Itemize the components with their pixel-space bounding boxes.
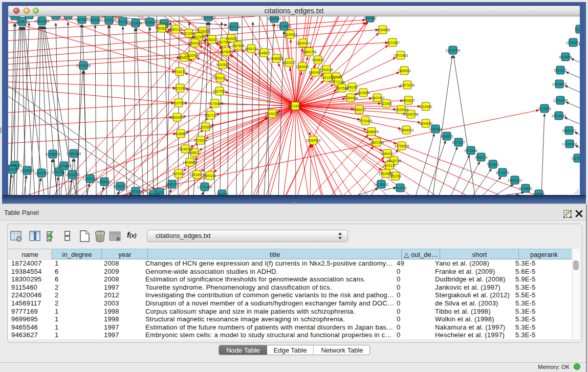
svg-text:9242848: 9242848 [216, 63, 229, 67]
svg-text:1691144: 1691144 [204, 174, 216, 178]
svg-text:16033809: 16033809 [157, 22, 172, 26]
svg-text:621600: 621600 [381, 102, 392, 105]
svg-text:9327508: 9327508 [217, 40, 231, 44]
svg-text:7663822: 7663822 [155, 27, 168, 30]
svg-text:8813054: 8813054 [268, 17, 281, 20]
svg-text:1640954: 1640954 [429, 127, 442, 131]
svg-text:124545: 124545 [331, 75, 342, 79]
svg-text:8186323: 8186323 [205, 38, 219, 41]
svg-text:10025438: 10025438 [394, 108, 409, 112]
svg-text:17016504: 17016504 [562, 142, 577, 146]
svg-text:12975135: 12975135 [400, 83, 415, 87]
svg-text:9465779: 9465779 [165, 183, 179, 186]
svg-text:154639: 154639 [226, 37, 237, 40]
svg-text:7986372: 7986372 [353, 108, 366, 112]
svg-text:18640910: 18640910 [296, 41, 311, 45]
svg-text:12093872: 12093872 [552, 82, 567, 86]
svg-text:12213967: 12213967 [385, 41, 400, 45]
svg-text:10107553: 10107553 [171, 101, 186, 105]
svg-text:16046788: 16046788 [178, 147, 193, 151]
svg-text:8322037: 8322037 [282, 61, 296, 64]
svg-text:9329966: 9329966 [559, 55, 572, 59]
svg-text:10719155: 10719155 [102, 18, 117, 22]
svg-text:8427552: 8427552 [213, 90, 226, 93]
svg-text:391574: 391574 [7, 168, 18, 171]
svg-text:16671355: 16671355 [116, 20, 130, 24]
svg-text:6879197: 6879197 [452, 141, 465, 144]
svg-text:6466160: 6466160 [89, 18, 102, 22]
svg-text:11325419: 11325419 [283, 33, 298, 36]
svg-text:9146821: 9146821 [257, 51, 271, 55]
svg-text:8938923: 8938923 [440, 135, 453, 138]
svg-text:3084067: 3084067 [381, 152, 394, 156]
svg-text:1362615: 1362615 [296, 65, 309, 69]
svg-text:3215955: 3215955 [538, 107, 551, 111]
svg-text:20053346: 20053346 [76, 64, 91, 68]
svg-text:14136141: 14136141 [374, 183, 389, 186]
svg-text:10688609: 10688609 [364, 130, 379, 134]
svg-text:12213369: 12213369 [173, 86, 188, 90]
svg-text:9463627: 9463627 [402, 99, 415, 102]
svg-text:8471676: 8471676 [496, 171, 509, 174]
svg-text:111278: 111278 [575, 28, 585, 31]
svg-text:17957255: 17957255 [83, 177, 98, 181]
svg-text:10756928: 10756928 [395, 144, 409, 148]
svg-text:9777169: 9777169 [332, 80, 345, 84]
svg-text:7515524: 7515524 [143, 20, 157, 24]
svg-text:8660124: 8660124 [169, 28, 182, 31]
svg-text:16154808: 16154808 [376, 28, 390, 32]
svg-text:2718176: 2718176 [173, 70, 186, 74]
svg-text:252254: 252254 [390, 174, 401, 178]
svg-text:16914479: 16914479 [190, 173, 205, 177]
svg-text:1478: 1478 [156, 191, 164, 194]
svg-text:16435061: 16435061 [8, 164, 23, 167]
svg-text:20364486: 20364486 [343, 96, 358, 100]
svg-text:6794028: 6794028 [320, 68, 333, 72]
svg-text:2803144: 2803144 [213, 76, 227, 80]
svg-text:9170064: 9170064 [208, 102, 222, 105]
svg-text:16782759: 16782759 [113, 185, 128, 188]
svg-text:1615132: 1615132 [383, 164, 396, 167]
svg-text:1527602: 1527602 [75, 18, 89, 21]
svg-text:19384554: 19384554 [306, 139, 321, 142]
svg-text:15692971: 15692971 [562, 129, 577, 133]
svg-text:2867608: 2867608 [231, 44, 245, 48]
svg-text:7632621: 7632621 [486, 163, 499, 166]
svg-text:15751074: 15751074 [566, 41, 581, 45]
svg-text:9474444: 9474444 [464, 149, 477, 152]
svg-text:3875685: 3875685 [220, 50, 233, 54]
svg-text:12942757: 12942757 [34, 171, 49, 175]
svg-text:746266: 746266 [346, 85, 358, 89]
svg-text:19654923: 19654923 [399, 128, 414, 132]
svg-text:9327505: 9327505 [192, 35, 205, 39]
svg-text:11353594: 11353594 [199, 125, 213, 129]
svg-text:11156829: 11156829 [20, 169, 34, 172]
svg-text:16120746: 16120746 [387, 159, 402, 163]
svg-text:1733426: 1733426 [394, 186, 407, 190]
svg-text:17359934: 17359934 [67, 152, 81, 156]
svg-text:2935114: 2935114 [475, 156, 488, 159]
svg-text:16210643: 16210643 [552, 114, 567, 118]
svg-text:20691406: 20691406 [35, 19, 50, 23]
svg-text:2087682: 2087682 [363, 16, 377, 20]
svg-text:16961758: 16961758 [302, 50, 317, 54]
svg-text:7357224: 7357224 [227, 25, 241, 29]
svg-text:10654112: 10654112 [508, 179, 522, 182]
svg-text:15226058: 15226058 [195, 30, 210, 33]
svg-text:10973493: 10973493 [394, 54, 408, 57]
svg-text:10958107: 10958107 [97, 180, 112, 184]
svg-text:9227342: 9227342 [554, 69, 567, 72]
svg-text:3267130: 3267130 [204, 114, 217, 117]
svg-text:7625402: 7625402 [172, 172, 185, 176]
svg-text:1167534: 1167534 [572, 157, 584, 160]
svg-text:8454749: 8454749 [245, 47, 258, 51]
svg-text:18807249: 18807249 [369, 141, 384, 144]
svg-text:10807487: 10807487 [370, 96, 385, 100]
svg-text:3624554: 3624554 [357, 91, 370, 95]
svg-text:989612: 989612 [179, 56, 190, 59]
svg-text:1405572: 1405572 [15, 20, 29, 24]
svg-text:14099489: 14099489 [183, 161, 198, 164]
svg-text:9245652: 9245652 [519, 187, 532, 190]
svg-text:13588520: 13588520 [269, 57, 284, 60]
svg-text:11451947: 11451947 [52, 170, 67, 174]
